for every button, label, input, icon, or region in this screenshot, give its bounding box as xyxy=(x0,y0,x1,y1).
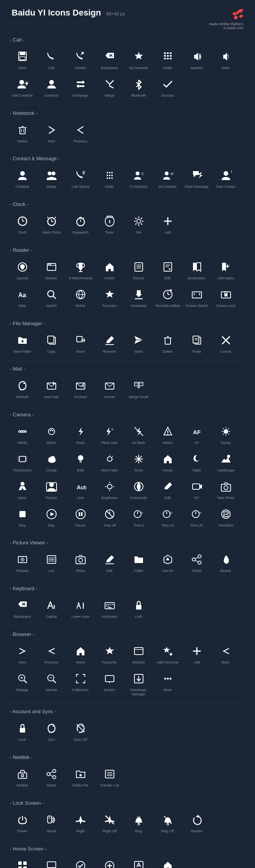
icon-item-public_file[interactable]: Public File xyxy=(66,763,95,791)
icon-item-plus3[interactable]: Add xyxy=(95,855,124,868)
icon-item-arrow_right[interactable]: Next xyxy=(37,119,66,147)
icon-item-take_photo[interactable]: Take Photo xyxy=(211,476,240,503)
icon-item-folder[interactable]: Folder xyxy=(124,549,153,576)
icon-item-capital[interactable]: Capital xyxy=(37,594,66,622)
icon-item-next_arrow[interactable]: Next xyxy=(8,640,37,668)
icon-item-flight_off[interactable]: Flight Off xyxy=(95,809,124,837)
icon-item-fluorescent[interactable]: Fluorescent xyxy=(8,448,37,476)
icon-item-play[interactable]: Play xyxy=(37,503,66,531)
icon-item-prev_arrow[interactable]: Previous xyxy=(37,640,66,668)
icon-item-photo[interactable]: Photo xyxy=(66,549,95,576)
icon-item-infinity[interactable]: Infinity xyxy=(8,421,37,448)
icon-item-back[interactable]: Back xyxy=(211,640,240,668)
icon-item-sync_off[interactable]: Sync Off xyxy=(66,717,95,745)
icon-item-edit2[interactable]: Edit xyxy=(153,476,182,503)
icon-item-set_gear[interactable]: Set xyxy=(124,210,153,238)
icon-item-shock[interactable]: Shock xyxy=(37,809,66,837)
icon-item-add_fav[interactable]: Add Favourite xyxy=(153,640,182,668)
icon-item-time20[interactable]: 20Time 20 xyxy=(182,503,211,531)
icon-item-save[interactable]: Save xyxy=(8,46,37,73)
icon-item-ok[interactable]: OK xyxy=(66,855,95,868)
icon-item-merge[interactable]: Merge xyxy=(95,73,124,101)
icon-item-arrow_left[interactable]: Previous xyxy=(66,119,95,147)
icon-item-one_contact[interactable]: 1One Contact xyxy=(211,165,240,192)
icon-item-copy[interactable]: Copy xyxy=(37,329,66,357)
icon-item-m_contacts[interactable]: MM-Contacts xyxy=(153,165,182,192)
icon-item-enlarge[interactable]: Enlarge xyxy=(8,668,37,700)
icon-item-timer[interactable]: Timer xyxy=(95,210,124,238)
icon-item-c_contacts[interactable]: CC-Contacts xyxy=(124,165,153,192)
icon-item-paste[interactable]: Paste xyxy=(182,329,211,357)
icon-item-backspace2[interactable]: Backspace xyxy=(8,594,37,622)
icon-item-merge_email[interactable]: Merge Email xyxy=(124,375,153,402)
icon-item-star[interactable]: My favourite xyxy=(124,46,153,73)
icon-item-notice[interactable]: Notice xyxy=(153,421,182,448)
icon-item-sport[interactable]: Sport xyxy=(8,476,37,503)
icon-item-speaker[interactable]: Speaker xyxy=(182,46,211,73)
icon-item-sync[interactable]: Sync xyxy=(37,717,66,745)
icon-item-add_marks[interactable]: Add marks xyxy=(211,256,240,284)
icon-item-new_mail[interactable]: New mail xyxy=(37,375,66,402)
icon-item-dv[interactable]: DV xyxy=(182,476,211,503)
icon-item-record[interactable]: Record xyxy=(124,256,153,284)
icon-item-mute[interactable]: Mute xyxy=(211,46,240,73)
icon-item-bluetooth[interactable]: Bluetooth xyxy=(124,73,153,101)
icon-item-plus[interactable]: Add xyxy=(153,210,182,238)
icon-item-stop[interactable]: Stop xyxy=(8,503,37,531)
icon-item-house2[interactable]: House xyxy=(153,448,182,476)
icon-item-success[interactable]: Success xyxy=(153,73,182,101)
icon-item-trash2[interactable]: Delete xyxy=(153,329,182,357)
icon-item-beauty[interactable]: Beauty xyxy=(211,549,240,576)
icon-item-netdisk[interactable]: Netdisk xyxy=(8,763,37,791)
icon-item-send[interactable]: Send xyxy=(124,329,153,357)
icon-item-new_folder[interactable]: New Folder xyxy=(8,329,37,357)
icon-item-edit[interactable]: Edit xyxy=(153,256,182,284)
icon-item-contacts[interactable]: Contacts xyxy=(37,73,66,101)
icon-item-refresh[interactable]: Refresh xyxy=(8,375,37,402)
icon-item-cloudy[interactable]: Cloudy xyxy=(37,448,66,476)
icon-item-time_off[interactable]: Time off xyxy=(95,503,124,531)
icon-item-colormode[interactable]: Colormode xyxy=(124,476,153,503)
icon-item-share[interactable]: Share xyxy=(182,549,211,576)
icon-item-screen_switch[interactable]: Screen Switch xyxy=(182,284,211,311)
icon-item-shortcuts[interactable]: Shortcuts xyxy=(124,855,153,868)
icon-item-answer[interactable]: Answer xyxy=(66,46,95,73)
icon-item-night[interactable]: Night xyxy=(182,448,211,476)
icon-item-answer_mail[interactable]: Answer xyxy=(95,375,124,402)
icon-item-add_contact[interactable]: Add Contacts xyxy=(8,73,37,101)
icon-item-cancel[interactable]: Cancel xyxy=(211,329,240,357)
icon-item-macro[interactable]: Macro xyxy=(37,421,66,448)
icon-item-dialer[interactable]: Dialer xyxy=(153,46,182,73)
icon-item-person[interactable]: Contacts xyxy=(8,165,37,192)
icon-item-screen_lock[interactable]: Screen Lock xyxy=(211,284,240,311)
icon-item-time10[interactable]: 10Time 10 xyxy=(153,503,182,531)
icon-item-house[interactable]: Center xyxy=(95,256,124,284)
icon-item-snow[interactable]: Snow xyxy=(124,448,153,476)
icon-item-keyboard[interactable]: Keyboard xyxy=(95,594,124,622)
icon-item-launcher[interactable]: Launcher xyxy=(8,855,37,868)
icon-item-flash[interactable]: Flash xyxy=(66,421,95,448)
icon-item-transform[interactable]: Transform xyxy=(211,503,240,531)
icon-item-flash_auto[interactable]: AFlash auto xyxy=(95,421,124,448)
icon-item-bookmarks[interactable]: Bookmarks xyxy=(182,256,211,284)
icon-item-screen[interactable]: Screen xyxy=(95,668,124,700)
icon-item-share2[interactable]: Share xyxy=(37,763,66,791)
icon-item-power[interactable]: Power xyxy=(8,809,37,837)
icon-item-lock2[interactable]: Lock xyxy=(8,717,37,745)
icon-item-stopwatch[interactable]: Stopwatch xyxy=(66,210,95,238)
icon-item-online[interactable]: Online xyxy=(66,284,95,311)
icon-item-brightness[interactable]: Brightness xyxy=(95,476,124,503)
icon-item-flight[interactable]: Flight xyxy=(66,809,95,837)
icon-item-edit3[interactable]: Edit xyxy=(95,549,124,576)
icon-item-ring_off[interactable]: Ring Off xyxy=(153,809,182,837)
icon-item-dl_manager[interactable]: Download-Manager xyxy=(124,668,153,700)
icon-item-exchange[interactable]: Exchange xyxy=(66,73,95,101)
icon-item-dialer2[interactable]: Dialer xyxy=(95,165,124,192)
icon-item-no_flash[interactable]: No flash xyxy=(124,421,153,448)
icon-item-auto[interactable]: AutoAuto xyxy=(66,476,95,503)
icon-item-list[interactable]: List xyxy=(37,549,66,576)
icon-item-widget[interactable]: Widget xyxy=(37,855,66,868)
icon-item-home2[interactable]: Home xyxy=(153,855,182,868)
icon-item-restart[interactable]: Restart xyxy=(182,809,211,837)
icon-item-af[interactable]: AFAF xyxy=(182,421,211,448)
